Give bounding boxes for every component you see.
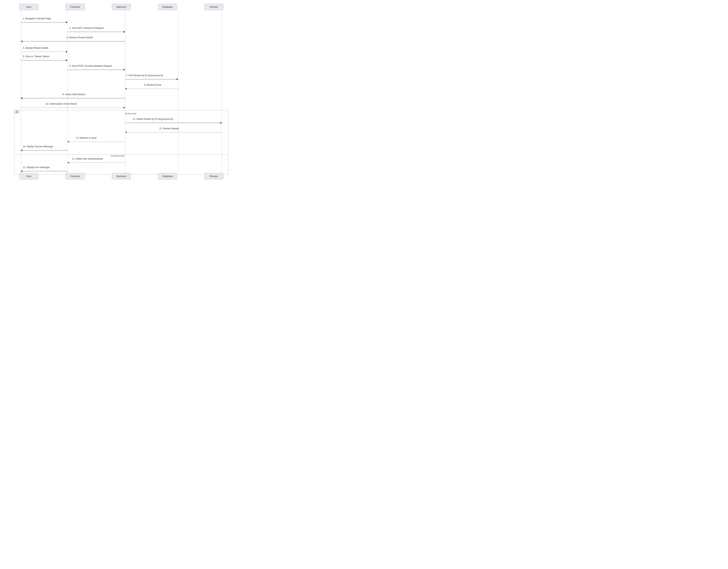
actor-review-top: Review <box>204 4 223 10</box>
message-3 <box>21 39 125 43</box>
actor-database-top: Database <box>158 4 177 10</box>
message-6 <box>67 68 125 72</box>
message-11b <box>67 161 125 165</box>
message-1 <box>21 20 67 24</box>
message-2-label: 2. Send GET /reviews/:id Request <box>69 27 104 29</box>
message-4 <box>21 50 67 54</box>
actor-backend-top: Backend <box>112 4 131 10</box>
actor-frontend-bottom: Frontend <box>66 173 85 179</box>
message-12a-label: 12. Review Deleted <box>159 127 179 130</box>
message-10-label: 10. Authorization Check Result <box>45 103 77 105</box>
message-11a <box>125 121 222 125</box>
lifelines-area: alt [Authorized] [Unauthorized] 1. Navig… <box>0 10 243 173</box>
message-9-label: 9. Check Authorization <box>63 93 85 96</box>
message-11b-label: 11. Notify User (Unauthorized) <box>72 158 103 160</box>
message-12b <box>21 169 67 173</box>
alt-divider <box>14 154 228 155</box>
message-9 <box>21 96 125 100</box>
top-actors-row: User Frontend Backend Database Review <box>0 4 243 10</box>
message-4-label: 4. Display Review Details <box>23 47 48 49</box>
message-2 <box>67 30 125 34</box>
message-10 <box>21 106 125 110</box>
actor-frontend-top: Frontend <box>66 4 85 10</box>
message-11a-label: 11. Delete Review by ID (req.params.id) <box>133 118 173 120</box>
message-5-label: 5. Click on "Delete" Button <box>23 55 49 58</box>
message-14-label: 14. Display Success Message <box>23 145 53 148</box>
message-3-label: 3. Retrieve Review Details <box>66 36 93 39</box>
message-8 <box>125 87 178 91</box>
actor-backend-bottom: Backend <box>112 173 131 179</box>
message-13-label: 13. Redirect to 'back' <box>76 137 97 139</box>
message-5 <box>21 58 67 62</box>
message-1-label: 1. Navigate to Review Page <box>23 17 51 20</box>
message-6-label: 6. Send POST /reviews/:id/delete Request <box>69 65 112 67</box>
sequence-diagram: User Frontend Backend Database Review al… <box>0 0 243 183</box>
actor-user-top: User <box>19 4 38 10</box>
message-7 <box>125 77 178 81</box>
message-8-label: 8. Review Found <box>144 84 161 86</box>
actor-review-bottom: Review <box>204 173 223 179</box>
actor-database-bottom: Database <box>158 173 177 179</box>
message-13 <box>67 140 125 144</box>
message-12a <box>125 130 222 134</box>
message-14 <box>21 148 67 152</box>
alt-label: alt <box>14 110 19 113</box>
message-7-label: 7. Find Review by ID (req.params.id) <box>126 74 163 77</box>
bottom-actors-row: User Frontend Backend Database Review <box>0 173 243 179</box>
message-12b-label: 12. Display Error Message <box>23 166 49 169</box>
actor-user-bottom: User <box>19 173 38 179</box>
